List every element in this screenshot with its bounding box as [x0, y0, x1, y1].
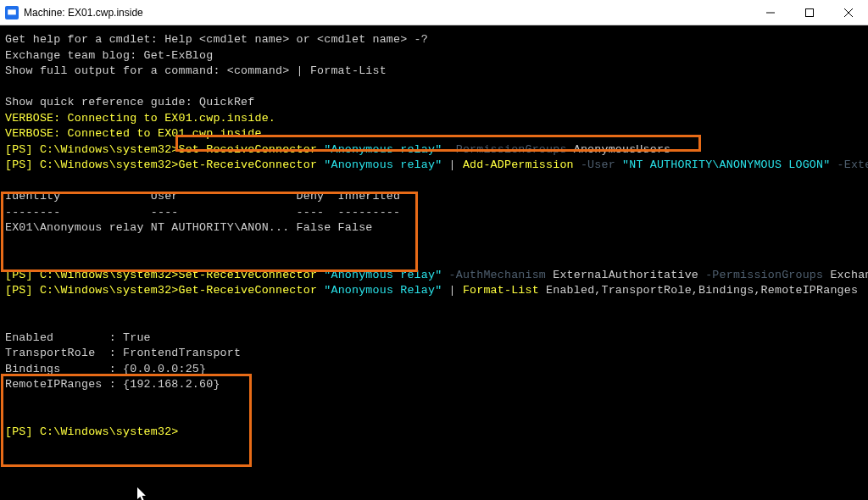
- cmd-string: "Anonymous relay": [324, 158, 442, 171]
- verbose-line: VERBOSE: Connected to EX01.cwp.inside.: [5, 127, 269, 140]
- table-header: Identity User Deny Inherited: [5, 190, 400, 203]
- cursor-icon: [123, 471, 148, 500]
- help-line: Exchange team blog: Get-ExBlog: [5, 49, 213, 62]
- window-title: Machine: EX01.cwp.inside: [24, 7, 751, 19]
- cmd-args: Enabled,TransportRole,Bindings,RemoteIPR…: [539, 284, 858, 297]
- cmd-value: AnonymousUsers: [567, 143, 671, 156]
- prompt: [PS] C:\Windows\system32>: [5, 425, 179, 438]
- cmd-string: "Anonymous relay": [324, 143, 442, 156]
- help-line: Show full output for a command: <command…: [5, 64, 387, 77]
- cmd-value: ExternalAuthoritative: [546, 269, 698, 281]
- prompt: [PS] C:\Windows\system32>: [5, 269, 179, 281]
- cmd-flag: -ExtendedRights: [830, 158, 868, 171]
- prompt: [PS] C:\Windows\system32>: [5, 143, 179, 156]
- terminal-area[interactable]: Get help for a cmdlet: Help <cmdlet name…: [0, 25, 868, 500]
- output-line: Enabled : True: [5, 331, 151, 344]
- help-line: Get help for a cmdlet: Help <cmdlet name…: [5, 33, 428, 46]
- cmd-string: "Anonymous relay": [324, 269, 442, 281]
- help-line: Show quick reference guide: QuickRef: [5, 96, 254, 108]
- close-button[interactable]: [829, 0, 868, 25]
- maximize-button[interactable]: [790, 0, 829, 25]
- table-dashes: -------- ---- ---- ---------: [5, 206, 400, 219]
- cmd-flag: -PermissionGroups: [698, 269, 823, 281]
- cmd-flag: -AuthMechanism: [442, 269, 546, 281]
- cmd-string: "NT AUTHORITY\ANONYMOUS LOGON": [615, 158, 831, 171]
- svg-rect-1: [8, 9, 16, 14]
- svg-rect-3: [806, 8, 814, 16]
- verbose-line: VERBOSE: Connecting to EX01.cwp.inside.: [5, 112, 275, 125]
- pipe-char: |: [442, 284, 463, 297]
- window-controls: [751, 0, 868, 25]
- cmd-flag: -User: [574, 158, 615, 171]
- minimize-button[interactable]: [751, 0, 790, 25]
- cmd-token: Add-ADPermission: [463, 158, 574, 171]
- pipe-char: |: [442, 158, 463, 171]
- cmd-string: "Anonymous Relay": [324, 284, 442, 297]
- table-row: EX01\Anonymous relay NT AUTHORITY\ANON..…: [5, 221, 373, 234]
- cmd-token: Format-List: [463, 284, 539, 297]
- output-line: TransportRole : FrontendTransport: [5, 347, 241, 359]
- output-line: Bindings : {0.0.0.0:25}: [5, 363, 206, 375]
- cmd-flag: -PermissionGroups: [442, 143, 566, 156]
- cmd-value: ExchangeServers: [823, 269, 868, 281]
- titlebar: Machine: EX01.cwp.inside: [0, 0, 868, 25]
- cmd-token: Set-ReceiveConnector: [179, 269, 325, 281]
- cmd-token: Get-ReceiveConnector: [179, 158, 325, 171]
- cmd-token: Get-ReceiveConnector: [179, 284, 325, 297]
- prompt: [PS] C:\Windows\system32>: [5, 158, 179, 171]
- output-line: RemoteIPRanges : {192.168.2.60}: [5, 378, 220, 391]
- prompt: [PS] C:\Windows\system32>: [5, 284, 179, 297]
- app-icon: [5, 6, 19, 19]
- cmd-token: Set-ReceiveConnector: [179, 143, 325, 156]
